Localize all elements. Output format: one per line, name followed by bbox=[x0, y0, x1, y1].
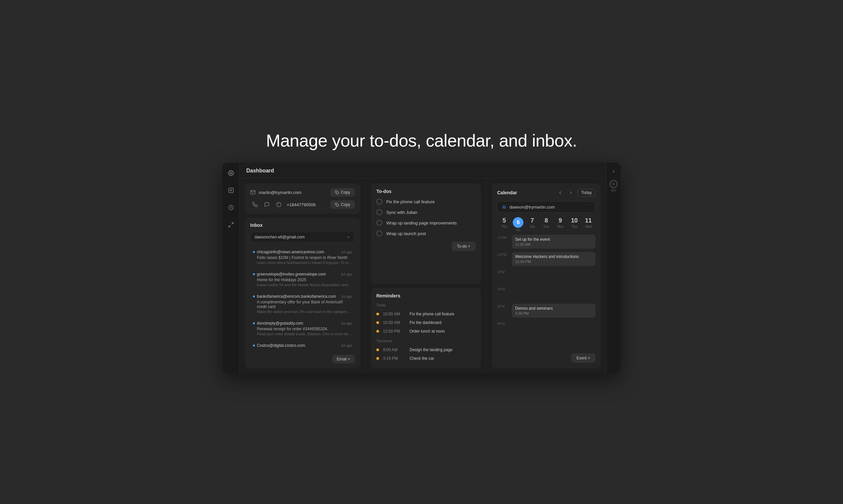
phone-number: +18447790506 bbox=[287, 202, 316, 207]
reminder-time-3: 12:00 PM bbox=[383, 329, 406, 334]
unread-dot-2 bbox=[253, 273, 255, 275]
event-add-button[interactable]: Event + bbox=[571, 354, 596, 363]
calendar-prev-button[interactable] bbox=[556, 189, 564, 197]
email-item-3[interactable]: bankofamerica@emcom.bankofamerica.com 1d… bbox=[250, 291, 355, 317]
todo-text-4: Wrap up launch post bbox=[386, 231, 426, 236]
cal-event-demos[interactable]: Demos and seminars 3:30 PM bbox=[512, 304, 596, 318]
unread-dot-3 bbox=[253, 295, 255, 298]
reminder-dot-4 bbox=[376, 348, 379, 351]
chevron-left-icon bbox=[558, 190, 563, 195]
time-label-4pm: 4PM bbox=[497, 321, 510, 326]
email-list: chicagoinfo@news.americaninno.com 1d ago… bbox=[250, 246, 355, 352]
calendar-nav: Today bbox=[556, 189, 596, 197]
document-icon[interactable] bbox=[226, 185, 236, 196]
todo-circle-2 bbox=[376, 209, 382, 215]
reminder-time-1: 10:00 AM bbox=[383, 312, 406, 316]
shortcut-key: ⌘K bbox=[611, 189, 616, 192]
todo-item-3[interactable]: Wrap up landing page improvements bbox=[376, 220, 476, 226]
time-content-12pm: Welcome Hackers and introductions 12:00 … bbox=[510, 252, 596, 267]
svg-point-10 bbox=[276, 202, 281, 206]
collapse-button[interactable] bbox=[610, 168, 617, 176]
settings-icon[interactable] bbox=[226, 168, 236, 178]
email-preview-3: Make the switch and earn 3% cash back in… bbox=[253, 310, 352, 314]
day-num-sat: 7 bbox=[526, 217, 539, 224]
calendar-body: 11AM Set up for the event 11:00 AM 12PM bbox=[497, 235, 596, 351]
day-label-tue: Tue bbox=[567, 225, 581, 229]
time-slots: 11AM Set up for the event 11:00 AM 12PM bbox=[497, 235, 596, 338]
today-button[interactable]: Today bbox=[578, 189, 596, 197]
todo-circle-3 bbox=[376, 220, 382, 226]
copy-email-button[interactable]: Copy bbox=[330, 188, 355, 197]
time-label-11am: 11AM bbox=[497, 235, 510, 239]
day-label-mon: Mon bbox=[553, 225, 567, 229]
reminder-dot-3 bbox=[376, 330, 379, 332]
reminder-dot-2 bbox=[376, 321, 379, 324]
reminder-text-4: Design the landing page bbox=[410, 347, 452, 352]
cal-event-time-demos: 3:30 PM bbox=[515, 311, 592, 315]
day-label-sat: Sat bbox=[526, 225, 539, 229]
main-content: Dashboard martin@trymartin.com bbox=[240, 162, 606, 373]
inbox-account-dropdown[interactable]: dawsonchen.e6@gmail.com bbox=[250, 232, 355, 242]
time-row-4pm: 4PM bbox=[497, 321, 596, 338]
svg-point-0 bbox=[230, 173, 232, 174]
email-item-2[interactable]: greenvelope@invites.greenvelope.com 1d a… bbox=[250, 269, 355, 290]
event-add-row: Event + bbox=[497, 354, 596, 363]
cal-event-welcome[interactable]: Welcome Hackers and introductions 12:00 … bbox=[512, 252, 596, 266]
clock-icon[interactable] bbox=[226, 202, 236, 213]
account-dropdown-icon bbox=[587, 205, 591, 209]
svg-rect-11 bbox=[336, 204, 339, 206]
reminder-text-2: Fix the dashboard bbox=[410, 320, 442, 325]
todo-item-1[interactable]: Fix the phone call feature bbox=[376, 199, 476, 204]
reminder-time-4: 9:00 AM bbox=[383, 347, 406, 352]
email-subject-4: Renewal receipt for order #3446595204. bbox=[253, 327, 352, 331]
reminder-time-5: 3:19 PM bbox=[383, 356, 406, 361]
reminder-dot-5 bbox=[376, 357, 379, 360]
todo-item-2[interactable]: Sync with Julian bbox=[376, 209, 476, 215]
calendar-next-button[interactable] bbox=[567, 189, 575, 197]
chat-icon bbox=[262, 200, 272, 209]
copy-icon-2 bbox=[335, 203, 339, 206]
reminder-item-3[interactable]: 12:00 PM Order lunch at noon bbox=[376, 327, 476, 336]
today-label: Today bbox=[376, 303, 476, 307]
email-from-3: bankofamerica@emcom.bankofamerica.com bbox=[253, 294, 336, 299]
google-account[interactable]: G dawson@trymartin.com bbox=[497, 201, 596, 213]
day-num-fri: 6 bbox=[511, 217, 525, 228]
email-from-5: Costco@digital.costco.com bbox=[253, 343, 305, 348]
reminder-text-3: Order lunch at noon bbox=[410, 329, 445, 334]
calendar-title: Calendar bbox=[497, 190, 517, 195]
reminder-item-4[interactable]: 9:00 AM Design the landing page bbox=[376, 345, 476, 354]
email-subject-1: Fello raises $10M | Foxtrot to reopen in… bbox=[253, 255, 352, 260]
reminder-item-1[interactable]: 10:00 AM Fix the phone call feature bbox=[376, 310, 476, 318]
email-header-2: greenvelope@invites.greenvelope.com 1d a… bbox=[253, 272, 352, 276]
cal-event-setup[interactable]: Set up for the event 11:00 AM bbox=[512, 235, 596, 249]
email-header-3: bankofamerica@emcom.bankofamerica.com 1d… bbox=[253, 294, 352, 299]
copy-phone-button[interactable]: Copy bbox=[330, 200, 355, 209]
whatsapp-icon bbox=[274, 200, 283, 209]
reminder-item-5[interactable]: 3:19 PM Check the car bbox=[376, 354, 476, 363]
email-row: martin@trymartin.com Copy bbox=[250, 188, 355, 197]
expand-icon[interactable] bbox=[226, 219, 236, 230]
email-add-button[interactable]: Email + bbox=[332, 355, 355, 363]
day-label-fri: Fri bbox=[511, 229, 525, 232]
time-row-3pm: 3PM Demos and seminars 3:30 PM bbox=[497, 304, 596, 321]
email-item-1[interactable]: chicagoinfo@news.americaninno.com 1d ago… bbox=[250, 246, 355, 268]
email-item-4[interactable]: donotreply@godaddy.com 1d ago Renewal re… bbox=[250, 318, 355, 339]
todo-item-4[interactable]: Wrap up launch post bbox=[376, 231, 476, 236]
day-num-tue: 10 bbox=[567, 217, 581, 224]
day-num-wed: 11 bbox=[582, 217, 596, 224]
todo-add-button[interactable]: To-do + bbox=[452, 242, 476, 251]
email-item-5[interactable]: Costco@digital.costco.com 2d ago bbox=[250, 340, 355, 352]
inbox-account-name: dawsonchen.e6@gmail.com bbox=[255, 235, 305, 239]
todos-title: To-dos bbox=[376, 189, 476, 194]
day-col-wed: 11 Wed bbox=[582, 217, 596, 232]
day-label-thu: Thu bbox=[497, 225, 511, 229]
cal-event-time-welcome: 12:00 PM bbox=[515, 259, 592, 264]
time-row-2pm: 2PM bbox=[497, 287, 596, 304]
email-preview-4: Read your order details inside, Dawson. … bbox=[253, 332, 352, 336]
email-subject-2: Home for the Holidays 2025 bbox=[253, 277, 352, 282]
reminder-item-2[interactable]: 10:00 AM Fix the dashboard bbox=[376, 318, 476, 327]
day-col-mon: 9 Mon bbox=[553, 217, 567, 232]
dropdown-chevron-icon bbox=[346, 235, 350, 239]
email-button-row: Email + bbox=[250, 355, 355, 363]
reminder-dot-1 bbox=[376, 313, 379, 315]
